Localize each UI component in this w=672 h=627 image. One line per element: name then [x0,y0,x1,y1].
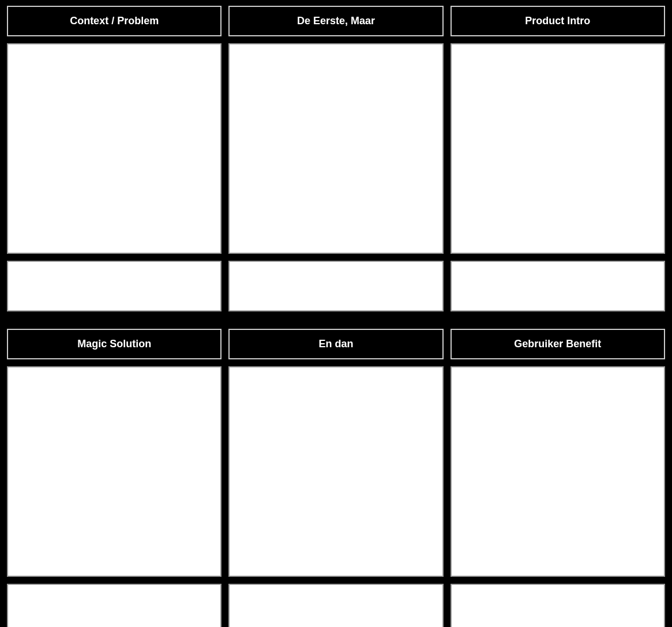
storyboard-grid: Context / Problem De Eerste, Maar Produc… [7,6,665,627]
cell-title: Magic Solution [7,329,222,359]
cell-title: Gebruiker Benefit [450,329,665,359]
cell-title: Context / Problem [7,6,222,36]
storyboard-cell-1-3: Product Intro [450,6,665,311]
cell-title: De Eerste, Maar [228,6,443,36]
storyboard-row-1: Context / Problem De Eerste, Maar Produc… [7,6,665,311]
cell-caption-placeholder [228,261,443,311]
cell-image-placeholder [7,366,222,577]
storyboard-cell-1-2: De Eerste, Maar [228,6,443,311]
storyboard-cell-2-1: Magic Solution [7,329,222,627]
cell-caption-placeholder [450,584,665,627]
cell-image-placeholder [228,366,443,577]
storyboard-row-2: Magic Solution En dan Gebruiker Benefit [7,329,665,627]
cell-image-placeholder [7,43,222,254]
cell-image-placeholder [450,366,665,577]
storyboard-cell-2-3: Gebruiker Benefit [450,329,665,627]
storyboard-cell-2-2: En dan [228,329,443,627]
cell-caption-placeholder [450,261,665,311]
cell-caption-placeholder [7,261,222,311]
storyboard-cell-1-1: Context / Problem [7,6,222,311]
cell-image-placeholder [450,43,665,254]
cell-caption-placeholder [228,584,443,627]
cell-image-placeholder [228,43,443,254]
cell-title: Product Intro [450,6,665,36]
cell-caption-placeholder [7,584,222,627]
cell-title: En dan [228,329,443,359]
